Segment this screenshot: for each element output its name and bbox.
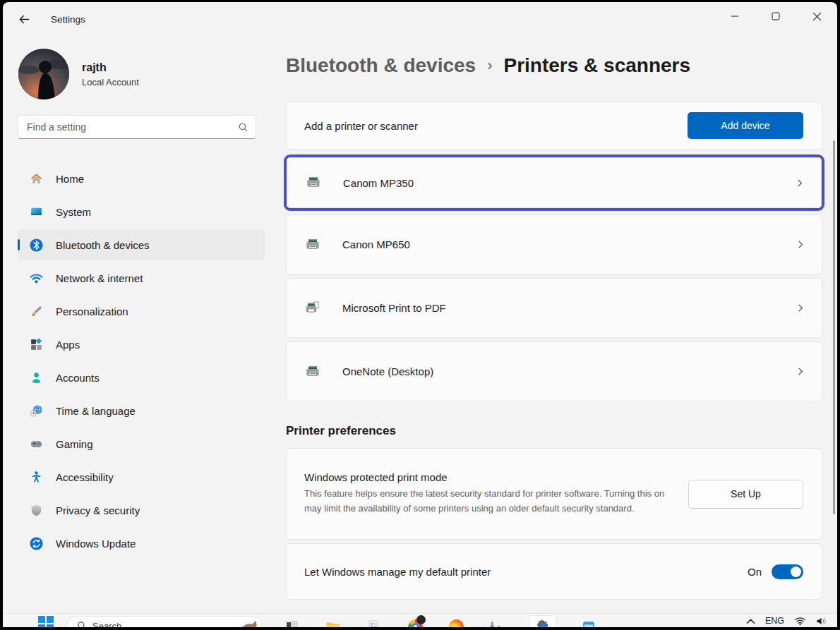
person-icon	[28, 369, 44, 386]
add-device-button[interactable]: Add device	[688, 112, 803, 139]
wifi-icon	[28, 269, 44, 286]
maximize-icon	[772, 12, 780, 20]
sidebar-item-label: Time & language	[56, 405, 136, 417]
printer-name: OneNote (Desktop)	[342, 365, 796, 377]
set-up-button[interactable]: Set Up	[688, 480, 803, 509]
sidebar-item-system[interactable]: System	[18, 196, 265, 227]
gamepad-icon	[28, 435, 44, 452]
tray-chevron-up-icon[interactable]	[746, 618, 755, 624]
sidebar: rajth Local Account Home	[3, 36, 271, 613]
highlight-box: Canom MP350	[284, 155, 824, 211]
printer-pdf-icon	[304, 300, 323, 317]
firefox-icon[interactable]	[448, 618, 464, 627]
close-button[interactable]	[796, 2, 837, 30]
sidebar-item-label: Personalization	[56, 305, 128, 317]
page-title: Printers & scanners	[504, 54, 691, 77]
globe-clock-icon	[28, 402, 44, 419]
sidebar-item-label: Accounts	[56, 372, 100, 384]
printer-name: Canom MP350	[343, 177, 795, 189]
sidebar-item-label: Windows Update	[56, 538, 136, 550]
sidebar-item-accessibility[interactable]: Accessibility	[18, 461, 265, 492]
settings-taskbar-icon[interactable]	[529, 616, 556, 627]
close-icon	[812, 12, 822, 21]
sidebar-item-label: System	[56, 206, 91, 218]
printer-icon	[304, 363, 323, 380]
file-explorer-icon[interactable]	[325, 618, 342, 627]
printer-icon	[305, 174, 323, 191]
back-button[interactable]	[13, 8, 35, 30]
sidebar-item-label: Accessibility	[56, 471, 114, 483]
add-printer-label: Add a printer or scanner	[304, 120, 688, 132]
search-icon	[77, 621, 87, 627]
sidebar-item-label: Bluetooth & devices	[56, 239, 150, 251]
breadcrumb-parent[interactable]: Bluetooth & devices	[286, 54, 476, 77]
find-setting-searchbox	[18, 115, 256, 139]
tray-wifi-icon[interactable]	[794, 617, 806, 626]
sidebar-item-network-internet[interactable]: Network & internet	[18, 262, 265, 293]
accessibility-person-icon	[28, 468, 44, 485]
settings-window: Settings	[3, 2, 837, 613]
minimize-button[interactable]	[714, 2, 755, 30]
home-icon	[28, 170, 44, 187]
taskbar-search[interactable]: Search	[66, 616, 263, 627]
printer-row-onenote-desktop[interactable]: OneNote (Desktop)	[286, 341, 822, 401]
search-highlight-animal-image	[241, 617, 259, 627]
sidebar-item-gaming[interactable]: Gaming	[18, 428, 265, 459]
paintbrush-icon	[28, 303, 44, 320]
sidebar-item-accounts[interactable]: Accounts	[18, 362, 265, 393]
user-name: rajth	[82, 61, 139, 74]
default-printer-label: Let Windows manage my default printer	[304, 566, 748, 578]
protected-print-title: Windows protected print mode	[304, 471, 667, 483]
user-account[interactable]: rajth Local Account	[18, 49, 271, 99]
breadcrumb-separator: ›	[487, 56, 492, 75]
task-manager-icon[interactable]	[366, 618, 383, 627]
minimize-icon	[731, 12, 739, 20]
default-printer-row: Let Windows manage my default printer On	[286, 543, 822, 600]
blue-window-app-icon[interactable]	[580, 618, 597, 627]
sidebar-item-home[interactable]: Home	[18, 163, 265, 194]
taskbar-search-label: Search	[92, 621, 241, 628]
sidebar-item-apps[interactable]: Apps	[18, 329, 265, 360]
printer-preferences-heading: Printer preferences	[286, 424, 822, 438]
taskbar: Search	[3, 613, 837, 627]
apps-grid-icon	[28, 336, 44, 353]
printer-row-canon-mp650[interactable]: Canon MP650	[286, 214, 822, 274]
sidebar-item-windows-update[interactable]: Windows Update	[18, 528, 265, 559]
chevron-right-icon	[796, 239, 806, 250]
bluetooth-icon	[28, 236, 44, 253]
printer-row-ms-print-to-pdf[interactable]: Microsoft Print to PDF	[286, 278, 822, 338]
scrollbar[interactable]	[833, 140, 835, 514]
titlebar: Settings	[3, 2, 837, 36]
tray-language-indicator[interactable]: ENG	[765, 616, 784, 626]
sidebar-item-label: Network & internet	[56, 272, 143, 284]
maximize-button[interactable]	[755, 2, 796, 30]
shield-icon	[28, 502, 44, 519]
default-printer-toggle[interactable]	[772, 564, 803, 579]
tray-speaker-icon[interactable]	[816, 617, 827, 626]
sidebar-item-privacy-security[interactable]: Privacy & security	[18, 495, 265, 526]
protected-print-mode-row: Windows protected print mode This featur…	[286, 448, 822, 540]
chrome-profile-badge	[416, 615, 426, 624]
add-printer-row: Add a printer or scanner Add device	[286, 102, 822, 150]
recording-app-icon[interactable]	[488, 618, 505, 627]
printer-row-canom-mp350[interactable]: Canom MP350	[287, 157, 822, 208]
app-window-stack-icon[interactable]	[284, 618, 301, 627]
sidebar-item-time-language[interactable]: Time & language	[18, 395, 265, 426]
sidebar-item-label: Gaming	[56, 438, 93, 450]
chevron-right-icon	[796, 303, 806, 313]
sidebar-item-bluetooth-devices[interactable]: Bluetooth & devices	[18, 229, 265, 260]
sidebar-item-label: Privacy & security	[56, 504, 140, 516]
main-content: Bluetooth & devices › Printers & scanner…	[271, 36, 837, 613]
sync-circle-icon	[28, 535, 44, 552]
user-account-type: Local Account	[82, 77, 139, 87]
start-button[interactable]	[38, 616, 54, 627]
search-input[interactable]	[27, 121, 238, 133]
avatar	[18, 49, 69, 99]
printer-name: Canon MP650	[342, 238, 796, 250]
toggle-knob	[791, 567, 801, 577]
chrome-icon[interactable]	[407, 618, 424, 627]
sidebar-item-personalization[interactable]: Personalization	[18, 296, 265, 327]
sidebar-item-label: Home	[56, 173, 84, 185]
selected-indicator	[18, 239, 20, 250]
printer-name: Microsoft Print to PDF	[342, 302, 796, 314]
